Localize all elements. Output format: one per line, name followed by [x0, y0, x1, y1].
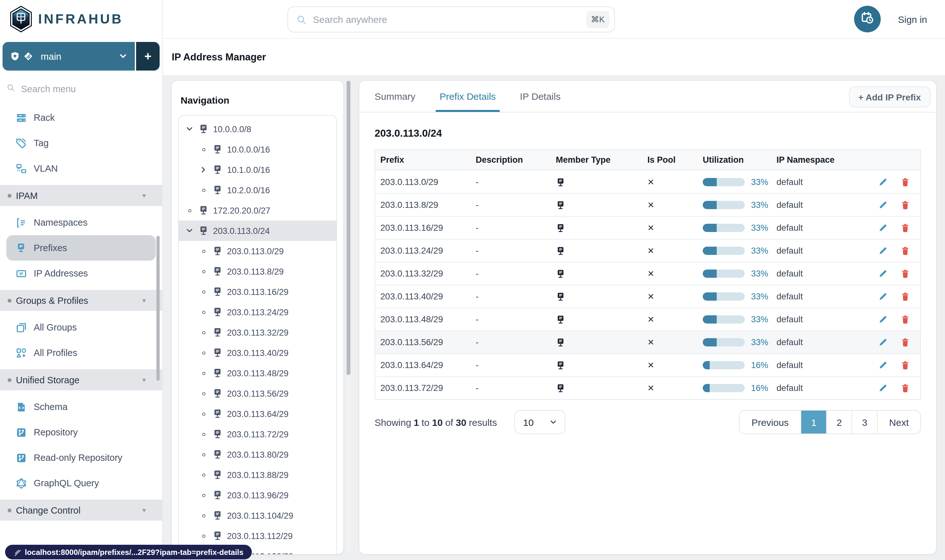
- utilization-bar: [703, 269, 745, 278]
- tree-item[interactable]: IP203.0.113.40/29: [179, 343, 336, 363]
- add-ip-prefix-button[interactable]: + Add IP Prefix: [849, 86, 930, 108]
- sidebar-item-all-groups[interactable]: All Groups: [0, 315, 162, 340]
- edit-button[interactable]: [878, 246, 888, 255]
- cell-prefix: 203.0.113.24/29: [375, 246, 470, 255]
- time-travel-button[interactable]: [854, 6, 881, 32]
- edit-button[interactable]: [878, 337, 888, 347]
- sidebar-item-all-profiles[interactable]: All Profiles: [0, 340, 162, 366]
- section-dot: [8, 508, 11, 512]
- tree-item-label: 203.0.113.32/29: [227, 328, 288, 337]
- add-branch-button[interactable]: +: [136, 42, 160, 71]
- tree-item[interactable]: IP203.0.113.24/29: [179, 302, 336, 322]
- sidebar-scrollbar[interactable]: [156, 236, 160, 381]
- cell-ip-namespace: default: [771, 177, 873, 186]
- prefix-heading: 203.0.113.0/24: [375, 128, 921, 139]
- cell-description: -: [470, 292, 551, 301]
- sidebar-item-vlan[interactable]: VLAN: [0, 156, 162, 181]
- edit-button[interactable]: [878, 269, 888, 278]
- infrahub-logo-icon: [9, 5, 33, 33]
- tree-item[interactable]: IP203.0.113.0/29: [179, 241, 336, 261]
- sidebar-item-rack[interactable]: Rack: [0, 105, 162, 130]
- edit-button[interactable]: [878, 177, 888, 186]
- sidebar-item-read-only-repository[interactable]: Read-only Repository: [0, 445, 162, 470]
- edit-button[interactable]: [878, 315, 888, 324]
- pagination-page-1[interactable]: 1: [801, 411, 826, 434]
- branch-selector[interactable]: main: [3, 42, 135, 71]
- tree-item[interactable]: IP203.0.113.48/29: [179, 363, 336, 383]
- sign-in-link[interactable]: Sign in: [898, 0, 927, 39]
- leaf-circle-icon: [185, 206, 194, 215]
- tree-item[interactable]: IP10.0.0.0/8: [179, 119, 336, 139]
- sidebar-item-tag[interactable]: Tag: [0, 130, 162, 156]
- delete-button[interactable]: [900, 246, 910, 255]
- edit-button[interactable]: [878, 223, 888, 233]
- svg-text:IP: IP: [216, 288, 219, 292]
- edit-button[interactable]: [878, 360, 888, 370]
- sidebar-search-input[interactable]: [21, 84, 136, 94]
- navigation-scrollbar-thumb[interactable]: [347, 81, 350, 375]
- navigation-scrollbar-track[interactable]: [347, 81, 350, 554]
- x-mark-icon: ✕: [647, 360, 654, 370]
- delete-button[interactable]: [900, 200, 910, 210]
- delete-button[interactable]: [900, 177, 910, 186]
- sidebar-item-repository[interactable]: Repository: [0, 420, 162, 445]
- global-search-input[interactable]: [313, 14, 580, 25]
- brand-logo[interactable]: INFRAHUB: [0, 0, 162, 37]
- sidebar-item-ip-addresses[interactable]: IPIP Addresses: [0, 261, 162, 286]
- tab-prefix-details[interactable]: Prefix Details: [439, 81, 496, 112]
- sidebar-item-schema[interactable]: Schema: [0, 394, 162, 420]
- vlan-icon: [16, 163, 27, 174]
- pagination-page-2[interactable]: 2: [826, 411, 851, 434]
- tree-item[interactable]: IP172.20.20.0/27: [179, 200, 336, 221]
- tree-item[interactable]: IP203.0.113.56/29: [179, 383, 336, 404]
- pagination-page-3[interactable]: 3: [851, 411, 877, 434]
- tree-item[interactable]: IP10.2.0.0/16: [179, 180, 336, 200]
- tree-item[interactable]: IP203.0.113.16/29: [179, 282, 336, 302]
- delete-button[interactable]: [900, 292, 910, 301]
- tree-item[interactable]: IP203.0.113.96/29: [179, 485, 336, 505]
- tree-item[interactable]: IP203.0.113.88/29: [179, 465, 336, 485]
- table-row: 203.0.113.24/29-IP✕33%default: [375, 239, 920, 262]
- delete-button[interactable]: [900, 360, 910, 370]
- tree-item[interactable]: IP203.0.113.104/29: [179, 505, 336, 526]
- edit-button[interactable]: [878, 292, 888, 301]
- tree-item[interactable]: IP203.0.113.32/29: [179, 322, 336, 343]
- cell-utilization: 33%: [698, 200, 771, 210]
- edit-button[interactable]: [878, 200, 888, 210]
- svg-text:IP: IP: [216, 268, 219, 272]
- cell-utilization: 33%: [698, 177, 771, 186]
- sidebar-item-graphql-query[interactable]: GraphQL Query: [0, 470, 162, 496]
- leaf-circle-icon: [199, 328, 208, 337]
- delete-button[interactable]: [900, 315, 910, 324]
- tree-item[interactable]: IP203.0.113.112/29: [179, 526, 336, 546]
- tab-ip-details[interactable]: IP Details: [520, 81, 561, 112]
- sidebar-item-label: All Groups: [34, 322, 77, 332]
- utilization-value: 33%: [751, 177, 768, 186]
- delete-button[interactable]: [900, 383, 910, 393]
- delete-button[interactable]: [900, 223, 910, 233]
- sidebar-item-namespaces[interactable]: Namespaces: [0, 210, 162, 235]
- sidebar-item-prefixes[interactable]: IPPrefixes: [6, 235, 156, 261]
- tree-item[interactable]: IP203.0.113.8/29: [179, 261, 336, 282]
- tree-item[interactable]: IP203.0.113.64/29: [179, 404, 336, 424]
- sidebar-section-ipam[interactable]: IPAM▼: [0, 185, 162, 206]
- sidebar-section-unified-storage[interactable]: Unified Storage▼: [0, 369, 162, 390]
- tree-item[interactable]: IP203.0.113.0/24: [179, 221, 336, 241]
- cell-actions: [873, 383, 920, 393]
- prefix-tree: IP10.0.0.0/8IP10.0.0.0/16IP10.1.0.0/16IP…: [178, 115, 337, 554]
- sidebar-section-change-control[interactable]: Change Control▼: [0, 500, 162, 521]
- tab-summary[interactable]: Summary: [375, 81, 415, 112]
- sidebar-section-groups-profiles[interactable]: Groups & Profiles▼: [0, 290, 162, 311]
- delete-button[interactable]: [900, 337, 910, 347]
- svg-text:IP: IP: [216, 309, 219, 312]
- pagination-next[interactable]: Next: [877, 411, 920, 434]
- tree-item[interactable]: IP203.0.113.72/29: [179, 424, 336, 444]
- tree-item[interactable]: IP203.0.113.80/29: [179, 444, 336, 465]
- tree-item[interactable]: IP10.1.0.0/16: [179, 160, 336, 180]
- section-label: IPAM: [16, 190, 141, 200]
- delete-button[interactable]: [900, 269, 910, 278]
- tree-item[interactable]: IP10.0.0.0/16: [179, 139, 336, 160]
- pagination-previous[interactable]: Previous: [740, 411, 801, 434]
- edit-button[interactable]: [878, 383, 888, 393]
- page-size-select[interactable]: 10: [515, 410, 566, 434]
